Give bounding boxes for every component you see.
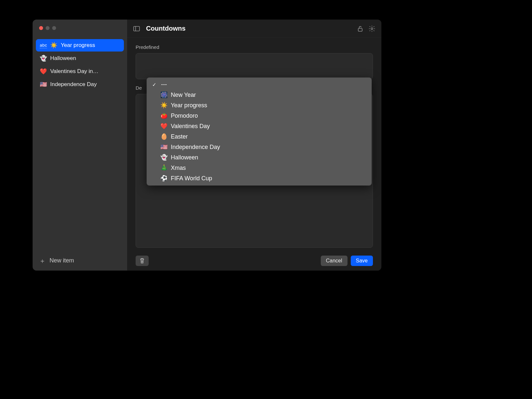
dropdown-item-label: Easter: [171, 133, 188, 140]
sidebar-list: abc ☀️ Year progress 👻 Halloween ❤️ Vale…: [36, 39, 124, 254]
sidebar-item-label: Independence Day: [50, 81, 97, 88]
dropdown-item-label: New Year: [171, 92, 196, 98]
dropdown-item-label: Year progress: [171, 102, 207, 109]
sidebar-item-independence-day[interactable]: 🇺🇸 Independence Day: [36, 78, 124, 91]
heart-icon: ❤️: [40, 68, 47, 75]
heart-icon: ❤️: [160, 123, 168, 130]
egg-icon: 🥚: [160, 133, 168, 140]
dropdown-item-xmas[interactable]: 🎄 Xmas: [147, 163, 372, 173]
app-window: abc ☀️ Year progress 👻 Halloween ❤️ Vale…: [33, 20, 381, 271]
titlebar: Countdowns: [127, 20, 381, 38]
delete-button[interactable]: [136, 256, 149, 266]
sidebar-item-valentines[interactable]: ❤️ Valentines Day in…: [36, 65, 124, 78]
sidebar-item-halloween[interactable]: 👻 Halloween: [36, 52, 124, 65]
fireworks-icon: 🎆: [160, 91, 168, 98]
gear-icon[interactable]: [368, 25, 376, 32]
sidebar: abc ☀️ Year progress 👻 Halloween ❤️ Vale…: [33, 20, 127, 271]
dropdown-item-valentines[interactable]: ❤️ Valentines Day: [147, 121, 372, 131]
new-item-label: New item: [50, 257, 74, 264]
svg-rect-0: [134, 26, 140, 31]
sun-icon: ☀️: [50, 42, 57, 49]
ghost-icon: 👻: [160, 154, 168, 161]
sidebar-item-label: Year progress: [61, 42, 95, 49]
soccer-ball-icon: ⚽: [160, 175, 168, 182]
dropdown-item-new-year[interactable]: 🎆 New Year: [147, 90, 372, 100]
dropdown-item-label: Valentines Day: [171, 123, 210, 130]
dropdown-item-easter[interactable]: 🥚 Easter: [147, 131, 372, 142]
dropdown-item-label: Xmas: [171, 165, 186, 171]
checkmark-icon: ✓: [151, 82, 157, 88]
cancel-button[interactable]: Cancel: [321, 256, 347, 266]
dropdown-item-none[interactable]: ✓ ---: [147, 80, 372, 90]
predefined-label: Predefined: [136, 44, 373, 50]
lock-icon[interactable]: [357, 25, 364, 32]
dropdown-item-label: ---: [161, 81, 167, 88]
us-flag-icon: 🇺🇸: [160, 143, 168, 151]
sun-icon: ☀️: [160, 102, 168, 109]
window-controls: [36, 25, 124, 39]
svg-point-3: [371, 28, 373, 30]
save-button[interactable]: Save: [351, 256, 373, 266]
dropdown-item-label: FIFA World Cup: [171, 175, 212, 182]
ghost-icon: 👻: [40, 55, 47, 62]
sidebar-item-label: Halloween: [50, 55, 76, 62]
footer: Cancel Save: [136, 254, 373, 266]
dropdown-item-halloween[interactable]: 👻 Halloween: [147, 152, 372, 163]
predefined-dropdown[interactable]: ✓ --- 🎆 New Year ☀️ Year progress 🍅 Pomo…: [147, 78, 372, 185]
dropdown-item-year-progress[interactable]: ☀️ Year progress: [147, 100, 372, 111]
sidebar-item-year-progress[interactable]: abc ☀️ Year progress: [36, 39, 124, 52]
dropdown-item-pomodoro[interactable]: 🍅 Pomodoro: [147, 111, 372, 121]
dropdown-item-label: Independence Day: [171, 144, 220, 151]
dropdown-item-fifa[interactable]: ⚽ FIFA World Cup: [147, 173, 372, 184]
xmas-tree-icon: 🎄: [160, 164, 168, 171]
close-window-button[interactable]: [39, 26, 43, 30]
plus-icon: ＋: [39, 258, 46, 264]
dropdown-item-label: Pomodoro: [171, 112, 198, 119]
predefined-panel[interactable]: [136, 53, 373, 79]
sidebar-item-label: Valentines Day in…: [50, 68, 98, 75]
sidebar-toggle-icon[interactable]: [133, 25, 140, 32]
tomato-icon: 🍅: [160, 112, 168, 119]
dropdown-item-independence-day[interactable]: 🇺🇸 Independence Day: [147, 142, 372, 152]
page-title: Countdowns: [146, 25, 352, 32]
rename-indicator: abc: [40, 43, 47, 48]
dropdown-item-label: Halloween: [171, 154, 198, 161]
minimize-window-button[interactable]: [46, 26, 50, 30]
svg-rect-2: [358, 28, 362, 31]
new-item-button[interactable]: ＋ New item: [36, 254, 124, 266]
us-flag-icon: 🇺🇸: [40, 81, 47, 88]
zoom-window-button[interactable]: [52, 26, 56, 30]
